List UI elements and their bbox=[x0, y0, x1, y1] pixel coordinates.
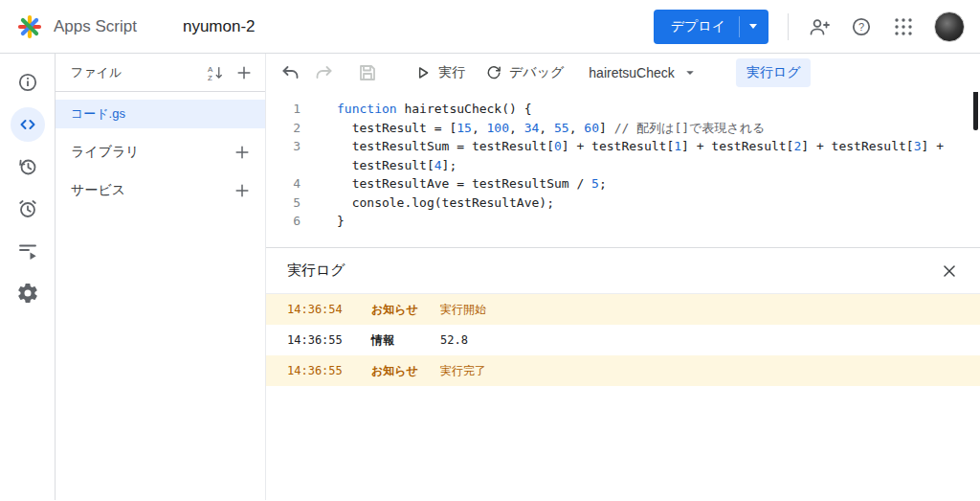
alarm-clock-icon bbox=[16, 197, 39, 220]
code-text: testResult = [15, 100, 34, 55, 60] // 配列… bbox=[301, 119, 765, 138]
log-rows: 14:36:54お知らせ実行開始14:36:55情報52.814:36:55お知… bbox=[266, 294, 980, 386]
editor-toolbar: 実行 デバッグ hairetsuCheck 実行ログ bbox=[266, 54, 980, 92]
services-label: サービス bbox=[71, 182, 125, 199]
history-icon bbox=[16, 155, 39, 178]
code-line: 2 testResult = [15, 100, 34, 55, 60] // … bbox=[266, 119, 980, 138]
add-service-icon[interactable] bbox=[233, 181, 252, 200]
log-type: お知らせ bbox=[371, 302, 440, 318]
log-type: 情報 bbox=[371, 332, 440, 349]
log-panel-header: 実行ログ bbox=[266, 248, 980, 294]
debug-button-label: デバッグ bbox=[509, 64, 564, 81]
code-text: } bbox=[301, 212, 345, 231]
file-item-code-gs[interactable]: コード.gs bbox=[56, 100, 265, 128]
left-rail bbox=[0, 54, 56, 500]
sidebar-item-settings[interactable] bbox=[11, 276, 45, 310]
log-msg: 52.8 bbox=[440, 333, 468, 347]
close-icon[interactable] bbox=[940, 262, 959, 281]
code-line: 1function hairetsuCheck() { bbox=[266, 100, 980, 119]
sidebar-item-project-history[interactable] bbox=[11, 149, 45, 184]
files-header: ファイル A Z bbox=[56, 54, 265, 92]
files-header-title: ファイル bbox=[71, 64, 196, 81]
deploy-button[interactable]: デプロイ bbox=[654, 10, 768, 44]
code-line: 4 testResultAve = testResultSum / 5; bbox=[266, 174, 980, 194]
line-number: 3 bbox=[266, 137, 301, 156]
info-icon bbox=[16, 71, 39, 94]
shell: ファイル A Z コード.gs ライブラリ サービス bbox=[0, 54, 980, 500]
function-selector[interactable]: hairetsuCheck bbox=[589, 63, 700, 82]
code-line: 5 console.log(testResultAve); bbox=[266, 194, 980, 213]
share-add-user-icon[interactable] bbox=[808, 15, 831, 38]
line-number: 5 bbox=[266, 194, 301, 213]
gear-icon bbox=[16, 282, 39, 305]
log-type: お知らせ bbox=[371, 363, 440, 379]
apps-script-logo-icon bbox=[15, 12, 44, 41]
avatar[interactable] bbox=[934, 11, 965, 42]
editor-scrollbar[interactable] bbox=[973, 92, 978, 130]
code-text: testResultAve = testResultSum / 5; bbox=[301, 174, 607, 194]
add-library-icon[interactable] bbox=[233, 143, 252, 162]
code-text: function hairetsuCheck() { bbox=[301, 100, 532, 119]
log-row: 14:36:55お知らせ実行完了 bbox=[266, 355, 980, 386]
add-file-icon[interactable] bbox=[234, 63, 254, 82]
debug-button[interactable]: デバッグ bbox=[484, 63, 564, 82]
run-button[interactable]: 実行 bbox=[413, 63, 465, 82]
redo-icon[interactable] bbox=[312, 61, 335, 84]
line-number bbox=[266, 156, 301, 175]
sidebar-item-triggers[interactable] bbox=[11, 192, 45, 226]
function-selector-value: hairetsuCheck bbox=[589, 65, 675, 80]
code-line: testResult[4]; bbox=[266, 156, 980, 175]
topbar-actions: デプロイ ? bbox=[654, 10, 965, 44]
line-number: 1 bbox=[266, 100, 301, 119]
svg-text:A: A bbox=[208, 64, 213, 73]
save-icon[interactable] bbox=[356, 61, 379, 84]
execution-log-panel: 実行ログ 14:36:54お知らせ実行開始14:36:55情報52.814:36… bbox=[266, 247, 980, 500]
line-number: 6 bbox=[266, 212, 301, 231]
svg-text:Z: Z bbox=[208, 73, 212, 81]
log-row: 14:36:55情報52.8 bbox=[266, 325, 980, 355]
file-item-label: コード.gs bbox=[71, 105, 125, 123]
line-number: 4 bbox=[266, 174, 301, 194]
code-line: 6} bbox=[266, 212, 980, 231]
sort-az-icon[interactable]: A Z bbox=[206, 63, 225, 82]
code-editor[interactable]: 1function hairetsuCheck() {2 testResult … bbox=[266, 92, 980, 247]
sidebar-section-services: サービス bbox=[56, 176, 265, 205]
log-panel-title: 実行ログ bbox=[287, 262, 345, 280]
sidebar-item-executions[interactable] bbox=[11, 234, 45, 268]
run-button-label: 実行 bbox=[438, 64, 465, 81]
log-row: 14:36:54お知らせ実行開始 bbox=[266, 294, 980, 325]
undo-icon[interactable] bbox=[279, 61, 302, 84]
apps-grid-icon[interactable] bbox=[892, 15, 915, 38]
svg-text:?: ? bbox=[858, 21, 864, 33]
code-line: 3 testResultSum = testResult[0] + testRe… bbox=[266, 137, 980, 156]
log-msg: 実行完了 bbox=[440, 363, 486, 379]
app-name: Apps Script bbox=[54, 17, 137, 36]
log-time: 14:36:55 bbox=[287, 333, 371, 347]
chevron-down-icon bbox=[680, 63, 700, 82]
topbar: Apps Script nyumon-2 デプロイ ? bbox=[0, 0, 980, 54]
topbar-divider bbox=[788, 13, 789, 40]
sidebar-item-overview[interactable] bbox=[11, 65, 45, 100]
code-text: testResultSum = testResult[0] + testResu… bbox=[301, 137, 944, 156]
deploy-button-label: デプロイ bbox=[671, 18, 725, 35]
project-name[interactable]: nyumon-2 bbox=[183, 17, 256, 36]
files-sidebar: ファイル A Z コード.gs ライブラリ サービス bbox=[56, 54, 266, 500]
log-time: 14:36:55 bbox=[287, 364, 371, 377]
execution-log-button-label: 実行ログ bbox=[746, 64, 801, 80]
libraries-label: ライブラリ bbox=[71, 144, 140, 161]
sidebar-section-libraries: ライブラリ bbox=[56, 138, 265, 167]
deploy-caret-icon bbox=[749, 24, 757, 29]
execution-log-button[interactable]: 実行ログ bbox=[736, 58, 812, 87]
debug-icon bbox=[484, 63, 503, 82]
code-icon bbox=[16, 113, 39, 136]
help-icon[interactable]: ? bbox=[850, 15, 873, 38]
executions-list-icon bbox=[16, 239, 39, 262]
log-time: 14:36:54 bbox=[287, 303, 371, 316]
log-msg: 実行開始 bbox=[440, 302, 486, 318]
code-text: testResult[4]; bbox=[301, 156, 457, 175]
editor-main: 実行 デバッグ hairetsuCheck 実行ログ bbox=[266, 54, 980, 500]
deploy-button-divider bbox=[739, 16, 740, 37]
code-lines: 1function hairetsuCheck() {2 testResult … bbox=[266, 100, 980, 231]
play-icon bbox=[413, 63, 433, 82]
sidebar-item-editor[interactable] bbox=[11, 107, 45, 142]
code-text: console.log(testResultAve); bbox=[301, 194, 554, 213]
